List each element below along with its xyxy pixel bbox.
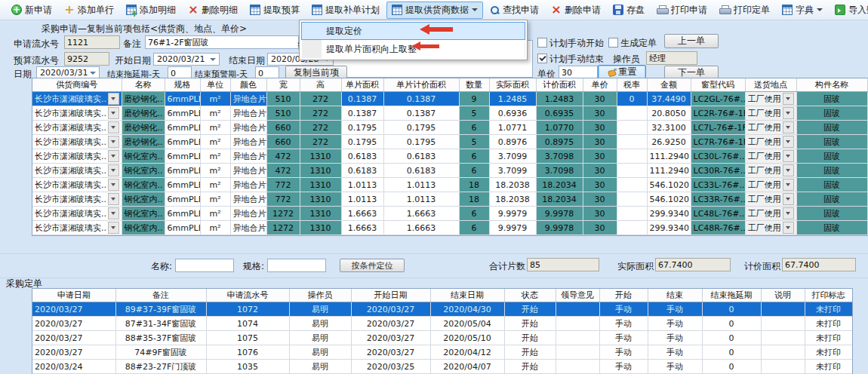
cell-supplier[interactable]: 长沙市潇湘玻璃实... [32, 164, 122, 178]
table-row[interactable]: 2020/03/2788#35-37F窗固玻1075易明2020/03/2720… [32, 331, 852, 345]
cell-piece_priced_area[interactable]: 0.1387 [383, 106, 459, 121]
cell-end_delay[interactable]: 0 [702, 345, 761, 360]
column-header-end_date[interactable]: 结束日期 [430, 289, 504, 302]
cell-req_no[interactable]: 1074 [206, 317, 289, 331]
cell-delivery[interactable]: 工厂使用 [745, 149, 796, 164]
cell-name[interactable]: 钢化室内.. [122, 207, 165, 221]
filter-spec-input[interactable] [267, 259, 326, 272]
cell-req_date[interactable]: 2020/03/27 [32, 345, 115, 360]
cell-piece_priced_area[interactable]: 0.1795 [383, 135, 459, 149]
cell-component[interactable]: 固玻 [796, 207, 867, 221]
cell-leader_opinion[interactable] [556, 317, 599, 331]
cell-end_date[interactable]: 2020/05/04 [430, 317, 504, 331]
cell-operator[interactable]: 易明 [289, 317, 351, 331]
cell-tax[interactable] [617, 121, 647, 135]
cell-piece_priced_area[interactable]: 1.6663 [383, 207, 459, 221]
cell-delivery[interactable]: 工厂使用 [745, 192, 796, 207]
table-row[interactable]: 长沙市潇湘玻璃实...钢化室内..6mmPLE...m²异地合片47213100… [32, 149, 867, 164]
cell-note[interactable] [761, 302, 805, 317]
cell-window_code[interactable]: LC7R-76#-1FO [691, 135, 745, 149]
cell-unit[interactable]: m² [200, 178, 230, 192]
cell-spec[interactable]: 6mmPLE... [165, 149, 200, 164]
cell-name[interactable]: 钢化室内.. [122, 178, 165, 192]
cell-window_code[interactable]: LC48R-76#.. [691, 221, 745, 235]
cell-req_no[interactable]: 1035 [206, 360, 289, 374]
cell-delivery[interactable]: 工厂使用 [745, 207, 796, 221]
cell-supplier[interactable]: 长沙市潇湘玻璃实... [32, 221, 122, 235]
cell-qty[interactable]: 5 [459, 106, 489, 121]
cell-unit_price[interactable]: 30 [583, 192, 617, 207]
cell-end[interactable]: 手动 [648, 345, 702, 360]
chevron-down-icon[interactable] [108, 222, 119, 234]
cell-window_code[interactable]: LC30L-76#.. [691, 149, 745, 164]
toolbar-button-extract-supplier-data[interactable]: 提取供货商数据 [386, 2, 483, 19]
cell-delivery[interactable]: 工厂使用 [745, 92, 796, 106]
cell-status[interactable]: 开始 [504, 302, 556, 317]
cell-qty[interactable]: 18 [459, 178, 489, 192]
cell-start[interactable]: 手动 [599, 345, 648, 360]
cell-actual_area[interactable]: 9.9979 [489, 221, 536, 235]
cell-piece_priced_area[interactable]: 0.1795 [383, 121, 459, 135]
column-header-end[interactable]: 结束 [648, 289, 702, 302]
column-header-component[interactable]: 构件名称 [796, 78, 867, 92]
cell-amount[interactable]: 20.8050 [647, 106, 691, 121]
cell-unit[interactable]: m² [200, 221, 230, 235]
column-header-operator[interactable]: 操作员 [289, 289, 351, 302]
operator-field[interactable] [646, 51, 697, 65]
filter-name-input[interactable] [175, 259, 234, 272]
cell-req_no[interactable]: 1075 [206, 331, 289, 345]
chevron-down-icon[interactable] [108, 121, 119, 133]
cell-spec[interactable]: 6mmPLE... [165, 121, 200, 135]
cell-status[interactable]: 开始 [504, 360, 556, 374]
cell-start_date[interactable]: 2020/03/27 [351, 302, 430, 317]
cell-end_date[interactable]: 2020/04/30 [430, 302, 504, 317]
cell-width[interactable]: 660 [266, 135, 300, 149]
cell-print_flag[interactable]: 未打印 [805, 331, 852, 345]
cell-amount[interactable]: 299.9340 [647, 207, 691, 221]
cell-color[interactable]: 异地合片 [230, 92, 266, 106]
cell-operator[interactable]: 易明 [289, 360, 351, 374]
cell-amount[interactable]: 111.2940 [647, 149, 691, 164]
cell-actual_area[interactable]: 9.9979 [489, 207, 536, 221]
cell-delivery[interactable]: 工厂使用 [745, 221, 796, 235]
column-header-color[interactable]: 颜色 [230, 78, 266, 92]
cell-color[interactable]: 异地合片 [230, 178, 266, 192]
cell-start[interactable]: 手动 [599, 302, 648, 317]
chevron-down-icon[interactable] [108, 164, 119, 176]
cell-unit_price[interactable]: 30 [583, 135, 617, 149]
cell-tax[interactable] [617, 106, 647, 121]
column-header-amount[interactable]: 金额 [647, 78, 691, 92]
table-row[interactable]: 长沙市潇湘玻璃实...磨砂钢化..6mmPLE...m²异地合片5102720.… [32, 106, 867, 121]
cell-remark[interactable]: 87#31-34F窗固玻 [115, 317, 206, 331]
chevron-down-icon[interactable] [108, 179, 119, 191]
cell-height[interactable]: 1310 [300, 207, 341, 221]
cell-amount[interactable]: 26.9250 [647, 135, 691, 149]
toolbar-button-extract-supplement-plan[interactable]: 提取补单计划 [306, 2, 385, 19]
cell-end_delay[interactable]: 0 [702, 360, 761, 374]
cell-priced_area[interactable]: 0.6935 [536, 106, 583, 121]
cell-width[interactable]: 772 [266, 192, 300, 207]
cell-window_code[interactable]: LC48L-76#.. [691, 207, 745, 221]
chevron-down-icon[interactable] [783, 136, 794, 148]
cell-width[interactable]: 510 [266, 92, 300, 106]
cell-piece_area[interactable]: 0.1795 [341, 121, 383, 135]
cell-supplier[interactable]: 长沙市潇湘玻璃实... [32, 207, 122, 221]
table-row[interactable]: 长沙市潇湘玻璃实...磨砂钢化..6mmPLE...m²异地合片6602720.… [32, 135, 867, 149]
cell-unit_price[interactable]: 30 [583, 121, 617, 135]
cell-component[interactable]: 固玻 [796, 135, 867, 149]
cell-color[interactable]: 异地合片 [230, 221, 266, 235]
column-header-req_date[interactable]: 申请日期 [32, 289, 115, 302]
cell-unit[interactable]: m² [200, 121, 230, 135]
cell-supplier[interactable]: 长沙市潇湘玻璃实... [32, 178, 122, 192]
cell-window_code[interactable]: LC2R-76#-1F [691, 106, 745, 121]
cell-component[interactable]: 固玻 [796, 121, 867, 135]
cell-req_date[interactable]: 2020/03/24 [32, 360, 115, 374]
cell-height[interactable]: 1310 [300, 192, 341, 207]
cell-end[interactable]: 手动 [648, 360, 702, 374]
column-header-priced_area[interactable]: 计价面积 [536, 78, 583, 92]
chevron-down-icon[interactable] [108, 107, 119, 119]
cell-start[interactable]: 手动 [599, 360, 648, 374]
cell-component[interactable]: 固玻 [796, 192, 867, 207]
column-header-window_code[interactable]: 窗型代码 [691, 78, 745, 92]
table-row[interactable]: 长沙市潇湘玻璃实...磨砂钢化..6mmPLE...m²异地合片5102720.… [32, 92, 867, 106]
